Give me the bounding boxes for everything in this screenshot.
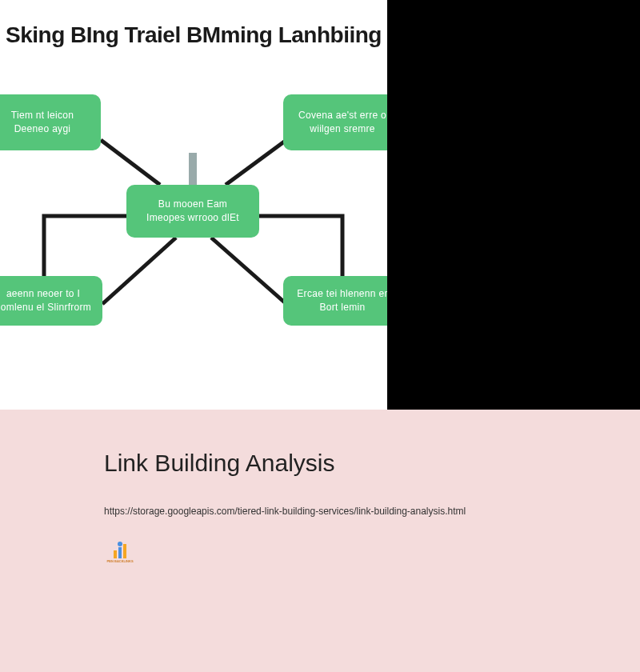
diagram-panel: Sking BIng Traiel BMming Lanhbiing Tiem … [0,0,387,410]
diagram-node-bottom-left: aeenn neoer to I nomlenu el Slinrfrorm [0,276,102,326]
node-text-line2: Bort lemin [319,301,365,314]
node-text-line1: aeenn neoer to I [6,287,80,301]
black-sidebar [387,0,640,410]
node-text-line1: Ercae tei hlenenn er [297,287,387,301]
diagram-node-bottom-right: Ercae tei hlenenn er Bort lemin [283,276,402,326]
svg-line-3 [211,238,286,304]
center-handle [189,153,197,185]
page-url: https://storage.googleapis.com/tiered-li… [104,506,608,517]
node-text-line1: Covena ae'st erre o [298,109,386,122]
page-title: Link Building Analysis [104,450,608,477]
diagram-node-center: Bu mooen Eam Imeopes wrrooo dlEt [126,185,259,238]
node-text-line1: Bu mooen Eam [158,198,227,211]
svg-line-0 [101,140,160,185]
node-text-line2: Deeneo aygi [14,122,71,136]
node-text-line2: wiilgen sremre [310,122,375,136]
node-text-line2: Imeopes wrrooo dlEt [146,211,239,225]
svg-text:PBN BACKLINKS: PBN BACKLINKS [106,559,133,563]
diagram-node-top-right: Covena ae'st erre o wiilgen sremre [283,94,402,150]
node-text-line1: Tiem nt leicon [11,109,74,122]
node-text-line2: nomlenu el Slinrfrorm [0,301,91,314]
svg-point-7 [118,542,122,546]
logo-icon: PBN BACKLINKS [104,539,136,563]
diagram-node-top-left: Tiem nt leicon Deeneo aygi [0,94,101,150]
svg-rect-6 [123,544,126,558]
svg-line-2 [102,238,176,304]
svg-rect-5 [118,547,122,558]
svg-rect-4 [114,550,117,558]
svg-line-1 [226,140,286,185]
diagram-title: Sking BIng Traiel BMming Lanhbiing [0,22,387,48]
content-area: Link Building Analysis https://storage.g… [0,410,640,563]
